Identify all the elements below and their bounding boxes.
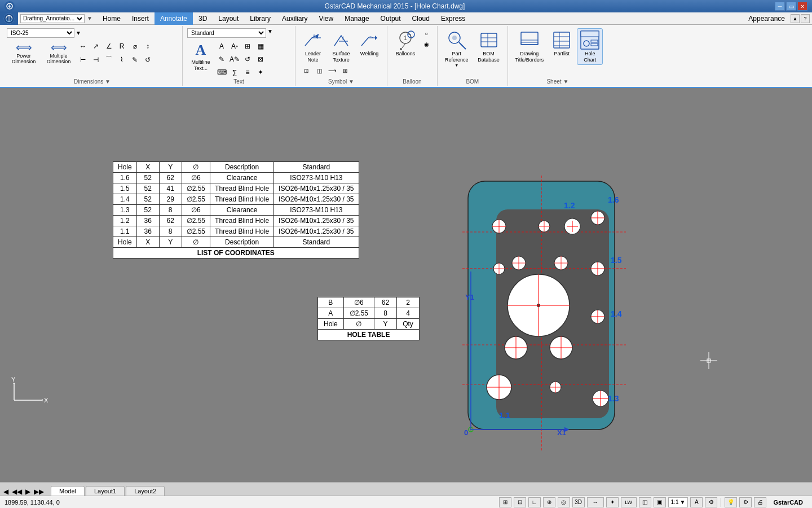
workspace-arrow[interactable]: ▼ xyxy=(87,15,92,21)
dim-arc-btn[interactable]: ⌒ xyxy=(103,54,115,66)
text-btn8[interactable]: ⊠ xyxy=(254,53,267,65)
ribbon-group-dimensions: ISO-25 ▼ ⟺ Power Dimension ⟺ Multiple Di… xyxy=(2,26,183,86)
text-btn1[interactable]: A xyxy=(215,40,228,52)
status-trans-btn[interactable]: ◫ xyxy=(639,497,651,507)
multiple-dimension-button[interactable]: ⟺ Multiple Dimension xyxy=(42,40,76,67)
text-style-arrow[interactable]: ▼ xyxy=(267,28,273,38)
hole-chart-button[interactable]: HoleChart xyxy=(577,28,603,65)
dim-radius-btn[interactable]: R xyxy=(116,40,128,52)
tab-model[interactable]: Model xyxy=(51,486,85,496)
dimensions-arrow[interactable]: ▼ xyxy=(105,78,111,85)
text-style-dropdown[interactable]: Standard xyxy=(187,28,266,38)
dim-jogged-btn[interactable]: ⌇ xyxy=(116,54,128,66)
menu-manage[interactable]: Manage xyxy=(339,12,374,25)
ribbon-minimize-btn[interactable]: ▲ xyxy=(791,14,800,23)
status-grid-btn[interactable]: ⊞ xyxy=(499,497,511,507)
dim-ordinate-btn[interactable]: ↕ xyxy=(142,40,154,52)
tab-next-btn[interactable]: ▶ xyxy=(24,488,32,496)
dim-angular-btn[interactable]: ∠ xyxy=(103,40,115,52)
text-btn2[interactable]: A+ xyxy=(228,40,241,52)
welding-button[interactable]: Welding xyxy=(356,28,382,59)
ribbon-help-btn[interactable]: ? xyxy=(801,14,810,23)
tab-prev-btn[interactable]: ◀ xyxy=(2,488,10,496)
menu-view[interactable]: View xyxy=(313,12,339,25)
tab-layout1[interactable]: Layout1 xyxy=(86,486,125,496)
part-reference-button[interactable]: PartReference ▼ xyxy=(442,28,471,69)
surface-texture-button[interactable]: √ SurfaceTexture xyxy=(328,28,354,65)
text-btn4[interactable]: ▦ xyxy=(254,40,267,52)
dim-style-arrow[interactable]: ▼ xyxy=(76,30,81,36)
dim-diameter-btn[interactable]: ⌀ xyxy=(129,40,141,52)
status-ortho-btn[interactable]: ∟ xyxy=(528,497,541,507)
text-btn6[interactable]: A✎ xyxy=(228,53,241,65)
symbol-arrow[interactable]: ▼ xyxy=(348,78,354,85)
close-button[interactable]: ✕ xyxy=(797,2,807,11)
status-osnap-btn[interactable]: ◎ xyxy=(558,497,570,507)
menu-express[interactable]: Express xyxy=(435,12,471,25)
text-btn12[interactable]: ✦ xyxy=(254,66,267,78)
text-btn10[interactable]: ∑ xyxy=(228,66,241,78)
welding-icon xyxy=(359,30,379,50)
zoom-arrow[interactable]: ▼ xyxy=(680,499,686,505)
drawing-title-button[interactable]: DrawingTitle/Borders xyxy=(513,28,547,65)
status-otrack-btn[interactable]: ↔ xyxy=(587,497,604,507)
text-btn3[interactable]: ⊞ xyxy=(241,40,254,52)
dim-edit-btn[interactable]: ✎ xyxy=(129,54,141,66)
status-3dosnap-btn[interactable]: 3D xyxy=(572,497,585,507)
dim-aligned-btn[interactable]: ↗ xyxy=(90,40,102,52)
coord-title-row: LIST OF COORDINATES xyxy=(113,248,359,259)
sym-btn4[interactable]: ⊞ xyxy=(339,64,351,77)
part-reference-arrow[interactable]: ▼ xyxy=(454,63,458,67)
power-dimension-button[interactable]: ⟺ Power Dimension xyxy=(7,40,41,67)
menu-3d[interactable]: 3D xyxy=(193,12,213,25)
status-lw-btn[interactable]: LW xyxy=(621,497,637,507)
status-settings-btn[interactable]: ⚙ xyxy=(739,497,752,507)
status-light-btn[interactable]: 💡 xyxy=(725,497,737,507)
status-print-btn[interactable]: 🖨 xyxy=(754,497,766,507)
text-btn9[interactable]: ⌨ xyxy=(215,66,228,78)
balloons-button[interactable]: 1 Balloons xyxy=(392,28,419,59)
sym-btn2[interactable]: ◫ xyxy=(313,64,325,77)
dim-baseline-btn[interactable]: ⊢ xyxy=(77,54,89,66)
leader-note-button[interactable]: A LeaderNote xyxy=(300,28,326,65)
restore-button[interactable]: ▭ xyxy=(786,2,796,11)
balloon-btn1[interactable]: ○ xyxy=(420,28,433,38)
sym-btn1[interactable]: ⊡ xyxy=(300,64,312,77)
dim-linear-btn[interactable]: ↔ xyxy=(77,40,89,52)
menu-auxiliary[interactable]: Auxiliary xyxy=(276,12,313,25)
menu-annotate[interactable]: Annotate xyxy=(155,12,193,25)
status-sel-btn[interactable]: ▣ xyxy=(654,497,666,507)
menu-output[interactable]: Output xyxy=(375,12,407,25)
bom-database-button[interactable]: BOMDatabase xyxy=(475,28,503,65)
dim-continue-btn[interactable]: ⊣ xyxy=(90,54,102,66)
text-btn11[interactable]: ≡ xyxy=(241,66,254,78)
tab-layout2[interactable]: Layout2 xyxy=(126,486,165,496)
cursor-crosshair xyxy=(700,352,717,370)
dim-update-btn[interactable]: ↺ xyxy=(142,54,154,66)
partlist-button[interactable]: Partlist xyxy=(549,28,575,59)
minimize-button[interactable]: ─ xyxy=(775,2,785,11)
dim-style-dropdown[interactable]: ISO-25 xyxy=(7,28,74,38)
status-workspace-btn[interactable]: ⚙ xyxy=(705,497,717,507)
workspace-dropdown[interactable]: Drafting_Annotatio... xyxy=(20,14,85,23)
text-btn7[interactable]: ↺ xyxy=(241,53,254,65)
multiline-text-button[interactable]: A MultilineText... xyxy=(187,40,214,78)
status-snap-btn[interactable]: ⊡ xyxy=(514,497,526,507)
menu-library[interactable]: Library xyxy=(244,12,276,25)
menu-cloud[interactable]: Cloud xyxy=(407,12,435,25)
sheet-arrow[interactable]: ▼ xyxy=(563,78,568,85)
menu-insert[interactable]: Insert xyxy=(126,12,155,25)
status-dynin-btn[interactable]: ✦ xyxy=(606,497,619,507)
tab-first-btn[interactable]: ◀◀ xyxy=(11,488,23,496)
status-app-name: GstarCAD xyxy=(769,499,807,506)
canvas-area[interactable]: Hole X Y ∅ Description Standard 1.65262∅… xyxy=(0,88,812,483)
status-polar-btn[interactable]: ⊕ xyxy=(543,497,555,507)
sym-btn3[interactable]: ⟶ xyxy=(326,64,338,77)
balloon-btn2[interactable]: ◉ xyxy=(420,39,433,49)
tab-last-btn[interactable]: ▶▶ xyxy=(33,488,45,496)
menu-home[interactable]: Home xyxy=(97,12,126,25)
text-btn5[interactable]: ✎ xyxy=(215,53,228,65)
menu-layout[interactable]: Layout xyxy=(213,12,244,25)
status-annotation-btn[interactable]: A xyxy=(690,497,703,507)
zoom-dropdown[interactable]: 1:1 ▼ xyxy=(668,497,689,507)
